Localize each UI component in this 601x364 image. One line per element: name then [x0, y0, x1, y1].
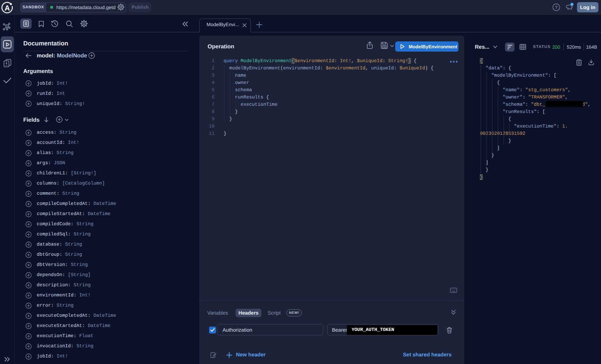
svg-text:?: ? [555, 5, 558, 10]
svg-text:A: A [4, 4, 10, 12]
